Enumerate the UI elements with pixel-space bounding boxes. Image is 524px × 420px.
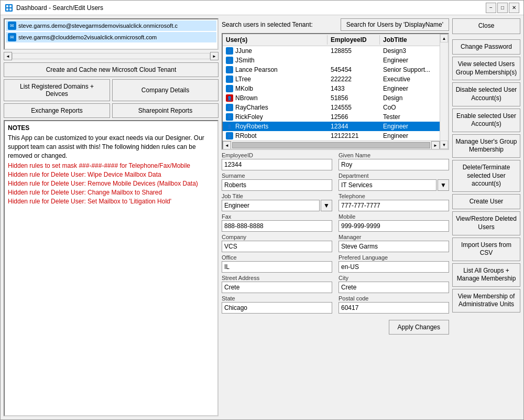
sharepoint-reports-button[interactable]: Sharepoint Reports: [112, 103, 219, 118]
surname-input[interactable]: [222, 179, 332, 191]
change-password-button[interactable]: Change Password: [452, 39, 520, 55]
notes-rule-5: Hidden rule for Delete User: Set Mailbox…: [8, 198, 214, 205]
table-row[interactable]: 👤 RickFoley 12566 Tester: [223, 112, 440, 122]
jobtitle-dropdown[interactable]: ▼: [321, 200, 332, 211]
prefered-lang-field: Prefered Language: [339, 254, 449, 273]
office-field: Office: [222, 254, 332, 273]
user-row-icon: 👤: [226, 113, 233, 121]
city-field: City: [339, 275, 449, 293]
department-field: Department ▼: [339, 173, 449, 191]
state-field: State: [222, 295, 332, 314]
user-row-icon: 👤: [226, 57, 233, 64]
search-label: Search users in selected Tenant:: [222, 21, 313, 28]
table-row[interactable]: 👤 JJune 128855 Design3: [223, 46, 440, 56]
table-scroll-left[interactable]: ◄: [223, 141, 231, 149]
table-scroll-down[interactable]: ▼: [440, 141, 448, 149]
user-empid: 12344: [328, 122, 380, 131]
mobile-label: Mobile: [339, 213, 449, 220]
postal-input[interactable]: [339, 302, 449, 314]
company-input[interactable]: [222, 241, 332, 252]
import-csv-button[interactable]: Import Users from CSV: [452, 238, 520, 261]
account-email-2: steve.garms@clouddemo2visualclick.onmicr…: [18, 34, 157, 40]
enable-user-button[interactable]: Enable selected User Account(s): [452, 109, 520, 132]
account-item[interactable]: ✉ steve.garms@clouddemo2visualclick.onmi…: [6, 32, 216, 42]
col-header-user: User(s): [223, 35, 328, 45]
delete-user-button[interactable]: Delete/Terminate selected User account(s…: [452, 160, 520, 192]
manager-field: Manager: [339, 234, 449, 252]
table-row[interactable]: 👤 LTree 222222 Executive: [223, 74, 440, 84]
user-empid: [328, 56, 380, 64]
table-row[interactable]: 👤 JSmith Engineer: [223, 56, 440, 65]
col-header-empid: EmployeeID: [328, 35, 380, 45]
user-jobtitle: CoO: [380, 103, 440, 112]
user-row-icon: 👤: [226, 47, 233, 55]
user-jobtitle: Design: [380, 94, 440, 102]
department-dropdown[interactable]: ▼: [438, 179, 449, 191]
view-admin-units-button[interactable]: View Membership of Administrative Units: [452, 289, 520, 313]
create-user-button[interactable]: Create User: [452, 194, 520, 210]
list-groups-button[interactable]: List All Groups + Manage Membership: [452, 263, 520, 287]
employeeid-field: EmployeeID: [222, 152, 332, 170]
user-jobtitle: Engineer: [380, 56, 440, 64]
fax-input[interactable]: [222, 220, 332, 232]
user-name: MKolb: [235, 85, 253, 92]
department-input[interactable]: [339, 179, 436, 191]
account-icon: ✉: [8, 21, 16, 30]
telephone-label: Telephone: [339, 193, 449, 199]
user-name: Lance Pearson: [235, 66, 278, 73]
table-row[interactable]: 👤 RoyRoberts 12344 Engineer: [223, 122, 440, 131]
table-row[interactable]: 👤 Lance Pearson 545454 Senior Support...: [223, 65, 440, 74]
jobtitle-input[interactable]: [222, 200, 320, 211]
create-tenant-button[interactable]: Create and Cache new Microsoft Cloud Ten…: [4, 62, 219, 77]
city-input[interactable]: [339, 282, 449, 293]
search-button[interactable]: Search for Users by 'DisplayName': [341, 18, 449, 31]
close-window-button[interactable]: ✕: [509, 3, 519, 13]
scroll-left-arrow[interactable]: ◄: [4, 52, 12, 60]
user-jobtitle: Engineer: [380, 132, 440, 140]
street-input[interactable]: [222, 282, 332, 293]
restore-button[interactable]: □: [497, 3, 508, 13]
givenname-input[interactable]: [339, 159, 449, 170]
user-jobtitle: Senior Support...: [380, 66, 440, 74]
user-row-icon: 👤: [226, 123, 233, 130]
notes-rule-1: Hidden rules to set mask ###-###-#### fo…: [8, 162, 214, 169]
fax-field: Fax: [222, 213, 332, 232]
user-name: RoyRoberts: [235, 123, 268, 130]
exchange-reports-button[interactable]: Exchange Reports: [4, 103, 110, 118]
apply-changes-button[interactable]: Apply Changes: [389, 320, 449, 335]
disable-user-button[interactable]: Disable selected User Account(s): [452, 82, 520, 106]
account-item[interactable]: ✉ steve.garms.demo@stevegarmsdemovisualc…: [6, 20, 216, 31]
telephone-input[interactable]: [339, 200, 449, 211]
employeeid-input[interactable]: [222, 159, 332, 170]
prefered-lang-input[interactable]: [339, 261, 449, 273]
jobtitle-label: Job Title: [222, 193, 332, 199]
office-input[interactable]: [222, 261, 332, 273]
svg-rect-2: [9, 5, 12, 7]
manager-label: Manager: [339, 234, 449, 240]
minimize-button[interactable]: −: [486, 3, 496, 13]
manage-group-membership-button[interactable]: Manage User's Group Membership: [452, 134, 520, 158]
list-domains-button[interactable]: List Registered Domains + Deivces: [4, 79, 110, 101]
user-empid: 51856: [328, 94, 380, 102]
user-row-icon: 👤: [226, 94, 233, 102]
jobtitle-field: Job Title ▼: [222, 193, 332, 211]
manager-input[interactable]: [339, 241, 449, 252]
table-row[interactable]: 👤 RayCharles 124555 CoO: [223, 103, 440, 112]
state-input[interactable]: [222, 302, 332, 314]
view-group-membership-button[interactable]: View selected Users Group Membership(s): [452, 57, 520, 80]
table-scroll-up[interactable]: ▲: [440, 34, 448, 42]
mobile-input[interactable]: [339, 220, 449, 232]
table-row[interactable]: 👤 NBrown 51856 Design: [223, 93, 440, 103]
table-scroll-right[interactable]: ►: [431, 141, 440, 149]
surname-field: Surname: [222, 173, 332, 191]
user-name: JSmith: [235, 57, 255, 64]
notes-title: NOTES: [8, 124, 214, 132]
user-empid: 124555: [328, 103, 380, 112]
close-button[interactable]: Close: [452, 18, 520, 34]
scroll-right-arrow[interactable]: ►: [210, 52, 219, 60]
company-details-button[interactable]: Company Details: [112, 79, 219, 101]
table-row[interactable]: 👤 MKolb 1433 Engineer: [223, 84, 440, 93]
table-row[interactable]: 👤 RRobot 12122121 Engineer: [223, 131, 440, 141]
postal-label: Postal code: [339, 295, 449, 301]
view-restore-deleted-button[interactable]: View/Restore Deleted Users: [452, 211, 520, 235]
